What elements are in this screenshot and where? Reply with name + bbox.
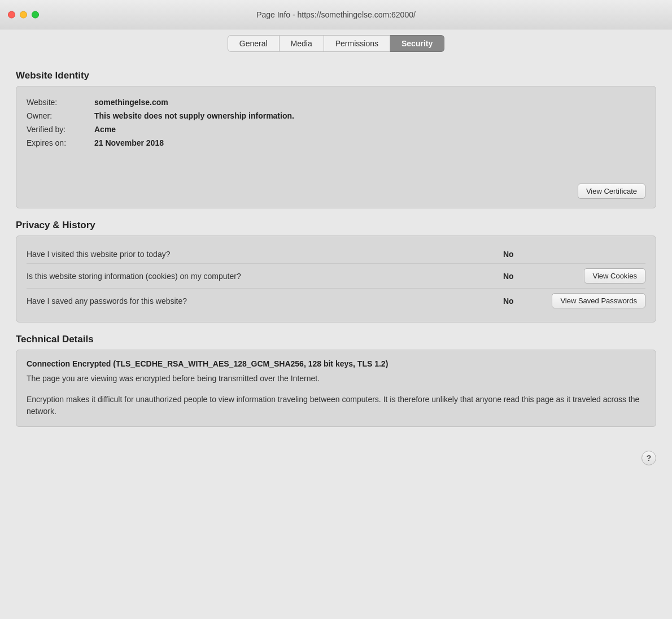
maximize-button[interactable] xyxy=(32,11,39,18)
titlebar: Page Info - https://somethingelse.com:62… xyxy=(0,0,672,29)
identity-table: Website: somethingelse.com Owner: This w… xyxy=(27,95,645,150)
privacy-row-cookies: Is this website storing information (coo… xyxy=(27,264,645,289)
view-saved-passwords-button[interactable]: View Saved Passwords xyxy=(552,293,645,308)
verified-value: Acme xyxy=(94,123,645,136)
passwords-question: Have I saved any passwords for this webs… xyxy=(27,297,496,306)
privacy-row-visited: Have I visited this website prior to tod… xyxy=(27,245,645,264)
visited-answer: No xyxy=(503,250,537,259)
help-area: ? xyxy=(0,443,672,465)
main-content: Website Identity Website: somethingelse.… xyxy=(0,70,672,443)
website-value: somethingelse.com xyxy=(94,95,645,109)
expires-value: 21 November 2018 xyxy=(94,136,645,150)
view-cookies-button[interactable]: View Cookies xyxy=(584,268,645,284)
technical-details-panel: Connection Encrypted (TLS_ECDHE_RSA_WITH… xyxy=(16,350,656,427)
table-row: Owner: This website does not supply owne… xyxy=(27,109,645,123)
cookies-question: Is this website storing information (coo… xyxy=(27,272,496,281)
tech-body2: Encryption makes it difficult for unauth… xyxy=(27,394,645,417)
view-certificate-button[interactable]: View Certificate xyxy=(578,184,645,199)
cookies-answer: No xyxy=(503,272,537,281)
privacy-history-title: Privacy & History xyxy=(16,220,656,231)
verified-label: Verified by: xyxy=(27,123,94,136)
tab-permissions[interactable]: Permissions xyxy=(324,35,390,52)
tab-security[interactable]: Security xyxy=(390,35,444,52)
tab-bar: General Media Permissions Security xyxy=(0,29,672,59)
tech-body1: The page you are viewing was encrypted b… xyxy=(27,373,645,385)
visited-question: Have I visited this website prior to tod… xyxy=(27,250,496,259)
minimize-button[interactable] xyxy=(20,11,27,18)
table-row: Verified by: Acme xyxy=(27,123,645,136)
identity-panel-footer: View Certificate xyxy=(27,184,645,199)
website-label: Website: xyxy=(27,95,94,109)
tech-heading: Connection Encrypted (TLS_ECDHE_RSA_WITH… xyxy=(27,359,645,368)
help-button[interactable]: ? xyxy=(642,451,656,465)
passwords-answer: No xyxy=(503,297,537,306)
technical-details-title: Technical Details xyxy=(16,334,656,345)
website-identity-title: Website Identity xyxy=(16,70,656,81)
passwords-action: View Saved Passwords xyxy=(544,293,645,308)
privacy-history-panel: Have I visited this website prior to tod… xyxy=(16,236,656,322)
tab-general[interactable]: General xyxy=(228,35,280,52)
close-button[interactable] xyxy=(8,11,15,18)
owner-value: This website does not supply ownership i… xyxy=(94,109,645,123)
privacy-row-passwords: Have I saved any passwords for this webs… xyxy=(27,289,645,313)
cookies-action: View Cookies xyxy=(544,268,645,284)
window-controls xyxy=(8,11,39,18)
table-row: Website: somethingelse.com xyxy=(27,95,645,109)
website-identity-panel: Website: somethingelse.com Owner: This w… xyxy=(16,86,656,208)
expires-label: Expires on: xyxy=(27,136,94,150)
owner-label: Owner: xyxy=(27,109,94,123)
tab-media[interactable]: Media xyxy=(280,35,324,52)
window-title: Page Info - https://somethingelse.com:62… xyxy=(256,10,416,19)
table-row: Expires on: 21 November 2018 xyxy=(27,136,645,150)
